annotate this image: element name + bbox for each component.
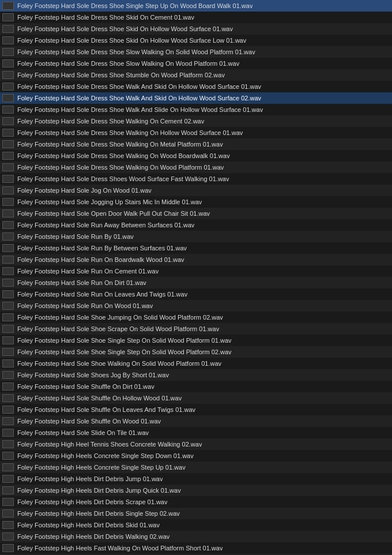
file-name-label: Foley Footstep Hard Sole Run By 01.wav: [17, 232, 134, 241]
list-item[interactable]: Foley Footstep High Heels Dirt Debris Ju…: [0, 473, 392, 485]
file-checkbox[interactable]: [2, 313, 14, 321]
file-checkbox[interactable]: [2, 417, 14, 425]
file-checkbox[interactable]: [2, 267, 14, 275]
list-item[interactable]: Foley Footstep Hard Sole Dress Shoe Slow…: [0, 46, 392, 58]
list-item[interactable]: Foley Footstep Hard Sole Shoe Single Ste…: [0, 335, 392, 346]
file-checkbox[interactable]: [2, 117, 14, 125]
list-item[interactable]: Foley Footstep Hard Sole Jog On Wood 01.…: [0, 185, 392, 196]
file-checkbox[interactable]: [2, 186, 14, 194]
file-checkbox[interactable]: [2, 163, 14, 171]
list-item[interactable]: Foley Footstep Hard Sole Dress Shoes Woo…: [0, 173, 392, 185]
file-name-label: Foley Footstep Hard Sole Dress Shoe Walk…: [17, 128, 243, 137]
file-checkbox[interactable]: [2, 336, 14, 344]
list-item[interactable]: Foley Footstep Hard Sole Jogging Up Stai…: [0, 196, 392, 208]
list-item[interactable]: Foley Footstep Hard Sole Run Away Betwee…: [0, 219, 392, 231]
list-item[interactable]: Foley Footstep High Heels Dirt Debris Si…: [0, 508, 392, 519]
list-item[interactable]: Foley Footstep Hard Sole Shuffle On Holl…: [0, 392, 392, 404]
list-item[interactable]: Foley Footstep Hard Sole Dress Shoe Walk…: [0, 115, 392, 127]
list-item[interactable]: Foley Footstep Hard Sole Shuffle On Wood…: [0, 415, 392, 427]
file-checkbox[interactable]: [2, 59, 14, 68]
file-checkbox[interactable]: [2, 175, 14, 183]
list-item[interactable]: Foley Footstep Hard Sole Shuffle On Leav…: [0, 404, 392, 415]
file-checkbox[interactable]: [2, 452, 14, 460]
list-item[interactable]: Foley Footstep Hard Sole Dress Shoe Walk…: [0, 127, 392, 138]
file-checkbox[interactable]: [2, 521, 14, 529]
file-checkbox[interactable]: [2, 498, 14, 506]
file-checkbox[interactable]: [2, 71, 14, 79]
file-checkbox[interactable]: [2, 244, 14, 252]
file-checkbox[interactable]: [2, 406, 14, 414]
list-item[interactable]: Foley Footstep Hard Sole Shoes Jog By Sh…: [0, 369, 392, 381]
list-item[interactable]: Foley Footstep High Heels Concrete Singl…: [0, 462, 392, 473]
list-item[interactable]: Foley Footstep Hard Sole Run On Dirt 01.…: [0, 277, 392, 288]
list-item[interactable]: Foley Footstep Hard Sole Dress Shoe Walk…: [0, 138, 392, 150]
list-item[interactable]: Foley Footstep Hard Sole Shoe Jumping On…: [0, 312, 392, 323]
list-item[interactable]: Foley Footstep High Heels Fast Walking O…: [0, 542, 392, 554]
list-item[interactable]: Foley Footstep Hard Sole Run On Boardwal…: [0, 254, 392, 265]
list-item[interactable]: Foley Footstep Hard Sole Dress Shoe Walk…: [0, 104, 392, 115]
file-checkbox[interactable]: [2, 486, 14, 494]
list-item[interactable]: Foley Footstep Hard Sole Dress Shoe Walk…: [0, 150, 392, 162]
list-item[interactable]: Foley Footstep Hard Sole Dress Shoe Skid…: [0, 12, 392, 23]
file-checkbox[interactable]: [2, 25, 14, 33]
file-checkbox[interactable]: [2, 359, 14, 367]
file-checkbox[interactable]: [2, 106, 14, 114]
list-item[interactable]: Foley Footstep Hard Sole Run On Cement 0…: [0, 265, 392, 277]
list-item[interactable]: Foley Footstep High Heels Concrete Singl…: [0, 450, 392, 462]
list-item[interactable]: Foley Footstep Hard Sole Dress Shoe Slow…: [0, 58, 392, 69]
file-checkbox[interactable]: [2, 302, 14, 310]
file-checkbox[interactable]: [2, 429, 14, 437]
file-checkbox[interactable]: [2, 94, 14, 102]
file-checkbox[interactable]: [2, 2, 14, 10]
list-item[interactable]: Foley Footstep High Heel Tennis Shoes Co…: [0, 438, 392, 450]
file-checkbox[interactable]: [2, 232, 14, 241]
file-name-label: Foley Footstep Hard Sole Dress Shoe Walk…: [17, 105, 263, 114]
file-checkbox[interactable]: [2, 36, 14, 44]
list-item[interactable]: Foley Footstep Hard Sole Shoe Scrape On …: [0, 323, 392, 335]
file-checkbox[interactable]: [2, 544, 14, 552]
list-item[interactable]: Foley Footstep Hard Sole Shuffle On Dirt…: [0, 381, 392, 392]
file-checkbox[interactable]: [2, 394, 14, 402]
list-item[interactable]: Foley Footstep Hard Sole Run On Leaves A…: [0, 288, 392, 300]
list-item[interactable]: Foley Footstep Hard Sole Run By 01.wav: [0, 231, 392, 242]
file-checkbox[interactable]: [2, 440, 14, 448]
list-item[interactable]: Foley Footstep Hard Sole Shoe Walking On…: [0, 358, 392, 369]
file-checkbox[interactable]: [2, 129, 14, 137]
file-checkbox[interactable]: [2, 348, 14, 356]
list-item[interactable]: Foley Footstep Hard Sole Open Door Walk …: [0, 208, 392, 219]
file-checkbox[interactable]: [2, 371, 14, 379]
list-item[interactable]: Foley Footstep Hard Sole Dress Shoe Skid…: [0, 23, 392, 35]
file-checkbox[interactable]: [2, 325, 14, 333]
file-checkbox[interactable]: [2, 140, 14, 148]
file-checkbox[interactable]: [2, 256, 14, 264]
file-checkbox[interactable]: [2, 279, 14, 287]
file-name-label: Foley Footstep High Heels Fast Walking O…: [17, 543, 223, 553]
list-item[interactable]: Foley Footstep High Heels Dirt Debris Sc…: [0, 496, 392, 508]
file-checkbox[interactable]: [2, 463, 14, 471]
file-checkbox[interactable]: [2, 509, 14, 518]
list-item[interactable]: Foley Footstep Hard Sole Dress Shoe Sing…: [0, 0, 392, 12]
file-checkbox[interactable]: [2, 475, 14, 483]
list-item[interactable]: Foley Footstep Hard Sole Run By Between …: [0, 242, 392, 254]
file-checkbox[interactable]: [2, 82, 14, 91]
file-checkbox[interactable]: [2, 532, 14, 541]
list-item[interactable]: Foley Footstep High Heels Dirt Debris Wa…: [0, 531, 392, 542]
list-item[interactable]: Foley Footstep High Heels Dirt Debris Sk…: [0, 519, 392, 531]
file-checkbox[interactable]: [2, 209, 14, 217]
list-item[interactable]: Foley Footstep Hard Sole Dress Shoe Skid…: [0, 35, 392, 46]
list-item[interactable]: Foley Footstep Hard Sole Dress Shoe Walk…: [0, 162, 392, 173]
file-checkbox[interactable]: [2, 48, 14, 56]
list-item[interactable]: Foley Footstep Hard Sole Dress Shoe Stum…: [0, 69, 392, 81]
list-item[interactable]: Foley Footstep Hard Sole Shoe Single Ste…: [0, 346, 392, 358]
file-checkbox[interactable]: [2, 382, 14, 391]
list-item[interactable]: Foley Footstep High Heels Dirt Debris Ju…: [0, 485, 392, 496]
list-item[interactable]: Foley Footstep Hard Sole Dress Shoe Walk…: [0, 81, 392, 92]
list-item[interactable]: Foley Footstep Hard Sole Run On Wood 01.…: [0, 300, 392, 312]
file-checkbox[interactable]: [2, 152, 14, 160]
file-checkbox[interactable]: [2, 221, 14, 229]
file-checkbox[interactable]: [2, 290, 14, 298]
file-checkbox[interactable]: [2, 13, 14, 21]
file-checkbox[interactable]: [2, 198, 14, 206]
list-item[interactable]: Foley Footstep Hard Sole Slide On Tile 0…: [0, 427, 392, 438]
list-item[interactable]: Foley Footstep Hard Sole Dress Shoe Walk…: [0, 92, 392, 104]
